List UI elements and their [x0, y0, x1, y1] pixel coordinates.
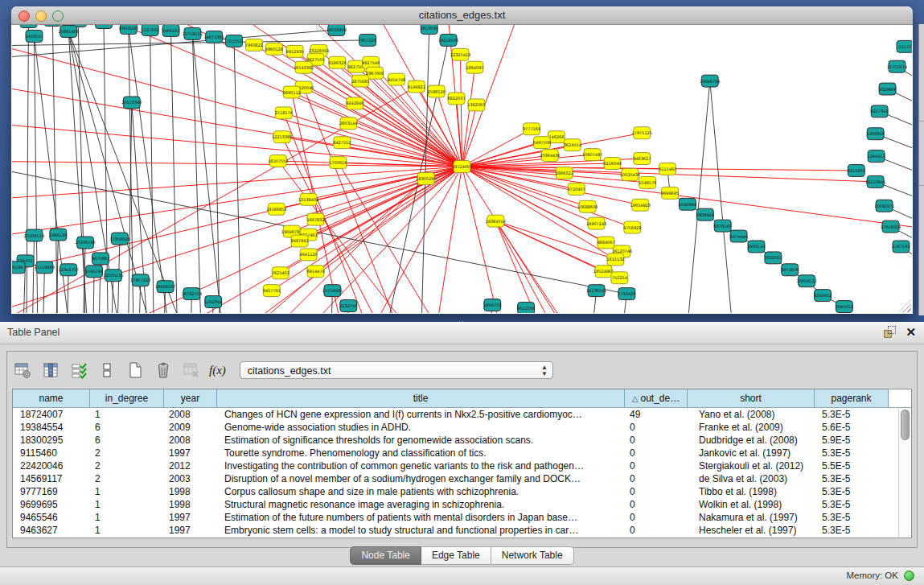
table-cell[interactable]: 1997 [164, 511, 217, 524]
graph-node[interactable]: 11172 [897, 40, 912, 52]
table-cell[interactable]: 18724007 [13, 408, 90, 421]
graph-node[interactable]: 25206519 [24, 229, 44, 241]
graph-node[interactable]: 12325419 [450, 48, 470, 60]
graph-node[interactable]: 2986322 [556, 167, 573, 179]
table-cell[interactable]: 5.3E-5 [815, 524, 889, 537]
graph-edge[interactable] [309, 167, 462, 235]
graph-node[interactable]: 17359924 [109, 233, 129, 245]
graph-node[interactable]: 8613 [20, 25, 37, 27]
table-cell[interactable]: Investigating the contribution of common… [217, 459, 625, 472]
tab-node-table[interactable]: Node Table [350, 546, 421, 565]
graph-edge[interactable] [42, 267, 44, 313]
graph-node[interactable]: 8471876 [781, 264, 799, 276]
table-cell[interactable]: 2009 [164, 421, 217, 434]
table-cell[interactable]: Tibbo et al. (1998) [688, 485, 815, 498]
show-columns-button[interactable] [40, 360, 61, 381]
graph-node[interactable]: 6497508 [533, 137, 551, 149]
graph-node[interactable]: 19166853 [266, 203, 286, 215]
graph-node[interactable]: 1700616 [329, 157, 347, 169]
graph-node[interactable]: 15692971 [874, 200, 894, 212]
table-cell[interactable]: 1997 [164, 447, 217, 459]
table-cell[interactable]: 1998 [164, 485, 217, 498]
graph-node[interactable]: 16210645 [865, 175, 885, 187]
table-cell[interactable]: Changes of HCN gene expression and I(f) … [217, 408, 625, 421]
table-cell[interactable]: Corpus callosum shape and size in male p… [217, 485, 625, 498]
graph-node[interactable]: 9777169 [523, 123, 540, 135]
graph-node[interactable]: 10654112 [796, 275, 816, 287]
graph-node[interactable]: 14136141 [586, 285, 606, 297]
graph-node[interactable]: 2933114 [747, 241, 765, 253]
table-cell[interactable]: 2 [90, 459, 164, 472]
table-cell[interactable]: 0 [625, 485, 688, 498]
table-cell[interactable]: Yano et al. (2008) [688, 408, 815, 421]
graph-node[interactable]: 9684067 [597, 237, 614, 249]
graph-node[interactable]: 6531 [96, 25, 113, 28]
graph-node[interactable]: 20153346 [121, 97, 142, 109]
table-cell[interactable]: Estimation of the future numbers of pati… [217, 511, 625, 524]
graph-node[interactable]: 1167531 [892, 241, 910, 253]
graph-edge[interactable] [234, 41, 242, 313]
graph-node[interactable]: 18724007 [452, 161, 472, 173]
graph-node[interactable]: 6822037 [447, 93, 465, 105]
graph-edge[interactable] [338, 163, 462, 313]
graph-node[interactable]: 9146821 [408, 80, 425, 93]
table-cell[interactable]: 2008 [164, 434, 217, 447]
graph-node[interactable]: 10025438 [620, 169, 640, 181]
table-cell[interactable]: 0 [625, 498, 688, 511]
graph-node[interactable]: 1864097 [466, 61, 483, 73]
table-cell[interactable]: 5.3E-5 [815, 408, 889, 421]
table-cell[interactable]: 2 [90, 447, 164, 459]
table-cell[interactable]: Hescheler et al. (1997) [688, 524, 815, 537]
table-cell[interactable]: Dudbridge et al. (2008) [688, 434, 815, 447]
table-cell[interactable]: 5.5E-5 [815, 459, 889, 472]
table-cell[interactable]: 18300295 [13, 434, 90, 447]
graph-node[interactable]: 1986138 [49, 229, 67, 241]
graph-node[interactable]: 1667832 [306, 213, 324, 225]
table-cell[interactable]: de Silva et al. (2003) [688, 472, 815, 485]
graph-node[interactable]: 6879197 [714, 220, 732, 232]
graph-node[interactable]: 14671385 [204, 31, 224, 43]
table-cell[interactable]: 0 [625, 511, 688, 524]
table-cell[interactable]: 6 [90, 434, 164, 447]
graph-edge[interactable] [421, 28, 429, 313]
graph-node[interactable]: 6914479 [306, 266, 324, 278]
column-header-in_degree[interactable]: in_degree [90, 389, 164, 407]
graph-node[interactable]: 2588520 [428, 85, 446, 97]
window-titlebar[interactable]: citations_edges.txt [11, 6, 913, 25]
graph-node[interactable]: 19218506 [438, 34, 458, 46]
graph-node[interactable]: 13139402 [298, 193, 318, 205]
graph-node[interactable]: 2045012 [836, 301, 853, 313]
graph-edge[interactable] [495, 221, 575, 313]
graph-node[interactable]: 1545194 [85, 266, 103, 278]
table-cell[interactable]: 0 [625, 447, 688, 459]
graph-edge[interactable] [304, 88, 462, 167]
table-cell[interactable]: 9115460 [13, 447, 90, 459]
table-cell[interactable]: 2012 [164, 459, 217, 472]
float-panel-icon[interactable] [884, 326, 896, 338]
table-cell[interactable]: Jankovic et al. (1997) [688, 447, 815, 459]
graph-node[interactable]: 6216049 [603, 158, 621, 170]
graph-node[interactable]: 17975125 [632, 127, 652, 139]
table-cell[interactable]: Structural magnetic resonance image aver… [217, 498, 625, 511]
graph-node[interactable]: 9329966 [878, 83, 896, 95]
graph-node[interactable]: 1527602 [142, 25, 159, 35]
graph-node[interactable]: 10807487 [582, 149, 602, 161]
graph-node[interactable]: 8186328 [328, 56, 346, 68]
graph-node[interactable]: 20206586 [75, 237, 95, 249]
graph-edge[interactable] [192, 34, 202, 313]
table-cell[interactable]: 1998 [164, 498, 217, 511]
graph-node[interactable]: 39199 [12, 262, 25, 274]
delete-button[interactable] [153, 360, 174, 381]
table-row[interactable]: 2242004622012Investigating the contribut… [13, 459, 911, 472]
table-cell[interactable]: Estimation of significance thresholds fo… [217, 434, 625, 447]
table-settings-button[interactable] [12, 360, 33, 381]
column-header-year[interactable]: year [164, 389, 217, 407]
table-cell[interactable]: 5.3E-5 [815, 498, 889, 511]
table-cell[interactable]: Genome-wide association studies in ADHD. [217, 421, 625, 434]
network-file-selector[interactable]: citations_edges.txt ▲▼ [240, 361, 553, 379]
table-vertical-scrollbar[interactable] [898, 408, 910, 537]
graph-edge[interactable] [31, 236, 34, 313]
graph-edge[interactable] [495, 221, 594, 313]
table-cell[interactable]: Stergiakouli et al. (2012) [688, 459, 815, 472]
table-cell[interactable]: 5.3E-5 [815, 485, 889, 498]
